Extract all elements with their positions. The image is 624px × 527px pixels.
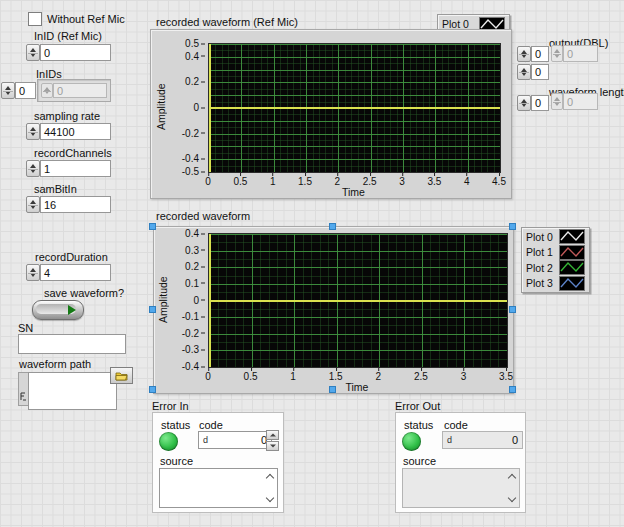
radix-indicator: d [203, 435, 208, 445]
waveform-chart-main: Amplitude 0.40.30.20.10-0.1-0.2-0.3-0.4 … [153, 226, 514, 394]
sn-label: SN [18, 322, 33, 334]
legend-plot-name: Plot 3 [526, 277, 553, 289]
scroll-down-icon [508, 494, 516, 502]
increment-decrement-spinner[interactable] [26, 196, 40, 213]
source-field[interactable] [159, 468, 278, 508]
status-label: status [404, 419, 433, 431]
x-axis-label: Time [208, 381, 506, 393]
y-tick-label: 0 [193, 102, 199, 113]
folder-icon [115, 371, 128, 381]
y-axis-label: Amplitude [157, 233, 169, 366]
y-tick-label: -0.1 [182, 311, 199, 322]
waveform-path-label: waveform path [19, 358, 91, 370]
output-dbl-index1-value[interactable]: 0 [531, 46, 549, 62]
increment-decrement-spinner[interactable] [26, 44, 40, 61]
scroll-up-icon[interactable] [266, 474, 274, 482]
legend-line-style-icon[interactable] [559, 260, 585, 275]
y-tick-label: 0.2 [185, 76, 199, 87]
legend-item[interactable]: Plot 0 [526, 229, 585, 245]
status-led [402, 432, 421, 451]
selection-handle[interactable] [149, 306, 156, 313]
sam-bit-in-label: samBitIn [34, 183, 77, 195]
path-type-strip [18, 372, 28, 406]
output-dbl-index2-value[interactable]: 0 [531, 64, 549, 80]
sampling-rate-control[interactable]: 44100 [26, 123, 111, 140]
output-dbl-index1-control[interactable]: 0 [517, 46, 549, 62]
waveform-chart-ref-mic: Amplitude 0.50.40.20-0.2-0.4-0.5 00.511.… [150, 29, 512, 199]
y-tick-label: -0.2 [182, 127, 199, 138]
save-waveform-label: save waveform? [44, 287, 124, 299]
inids-index-control[interactable]: 0 [1, 82, 36, 99]
code-spinner[interactable] [266, 430, 279, 451]
code-field[interactable]: d 0 [198, 431, 272, 449]
scroll-down-icon[interactable] [266, 494, 274, 502]
output-dbl-index2-control[interactable]: 0 [517, 64, 549, 80]
without-ref-mic-checkbox[interactable]: Without Ref Mic [28, 12, 125, 26]
waveform-trace [209, 300, 507, 302]
record-duration-value[interactable]: 4 [40, 264, 111, 281]
y-tick-label: 0.1 [185, 277, 199, 288]
increment-decrement-spinner[interactable] [517, 64, 531, 80]
error-in-cluster: status code d 0 source [152, 412, 284, 513]
increment-decrement-spinner[interactable] [26, 123, 40, 140]
status-led[interactable] [159, 432, 178, 451]
code-value: 0 [512, 434, 518, 446]
selection-handle[interactable] [149, 223, 156, 230]
record-channels-value[interactable]: 1 [40, 160, 111, 177]
selection-handle[interactable] [329, 386, 336, 393]
y-tick-label: -0.4 [182, 361, 199, 372]
increment-decrement-spinner[interactable] [1, 82, 15, 99]
save-waveform-toggle-button[interactable] [32, 300, 84, 320]
y-tick-label: 0.2 [185, 261, 199, 272]
selection-handle[interactable] [509, 223, 516, 230]
y-tick-label: -0.2 [182, 327, 199, 338]
inids-index-value[interactable]: 0 [15, 82, 36, 99]
increment-decrement-spinner[interactable] [517, 95, 531, 111]
sampling-rate-label: sampling rate [34, 110, 100, 122]
legend-item[interactable]: Plot 3 [526, 276, 585, 292]
selection-handle[interactable] [509, 386, 516, 393]
record-duration-control[interactable]: 4 [26, 264, 111, 281]
code-field: d 0 [442, 431, 523, 449]
x-axis-label: Time [208, 186, 499, 198]
sam-bit-in-value[interactable]: 16 [40, 196, 111, 213]
selection-handle[interactable] [149, 386, 156, 393]
inids-element-value: 0 [53, 83, 107, 98]
record-channels-control[interactable]: 1 [26, 160, 111, 177]
y-tick-label: 0.3 [185, 244, 199, 255]
y-tick-label: -0.3 [182, 344, 199, 355]
browse-button[interactable] [110, 367, 133, 384]
increment-decrement-spinner[interactable] [26, 160, 40, 177]
status-label: status [161, 419, 190, 431]
inid-label: InID (Ref Mic) [34, 30, 102, 42]
inid-value[interactable]: 0 [40, 44, 111, 61]
sn-input[interactable] [18, 334, 126, 354]
sam-bit-in-control[interactable]: 16 [26, 196, 111, 213]
increment-button[interactable] [266, 430, 279, 440]
waveform-length-index-control[interactable]: 0 [517, 95, 549, 111]
sampling-rate-value[interactable]: 44100 [40, 123, 111, 140]
checkbox-box-icon[interactable] [28, 12, 42, 26]
waveform-length-index-value[interactable]: 0 [531, 95, 549, 111]
green-arrow-icon [68, 305, 76, 315]
source-label: source [160, 455, 193, 467]
decrement-button[interactable] [266, 441, 279, 451]
legend-item[interactable]: Plot 2 [526, 260, 585, 276]
increment-decrement-spinner [41, 83, 53, 98]
plot-area [208, 233, 508, 368]
record-duration-label: recordDuration [35, 251, 108, 263]
output-dbl-element: 0 [551, 45, 598, 62]
record-channels-label: recordChannels [34, 147, 112, 159]
inids-array-shell: 0 [37, 79, 111, 102]
increment-decrement-spinner[interactable] [517, 46, 531, 62]
legend-line-style-icon[interactable] [559, 245, 585, 260]
inid-control[interactable]: 0 [26, 44, 111, 61]
selection-handle[interactable] [329, 223, 336, 230]
legend-line-style-icon[interactable] [559, 229, 585, 244]
selection-handle[interactable] [509, 306, 516, 313]
legend-line-style-icon[interactable] [559, 276, 585, 291]
waveform-path-input[interactable] [28, 372, 117, 410]
legend-item[interactable]: Plot 1 [526, 245, 585, 261]
increment-decrement-spinner[interactable] [26, 264, 40, 281]
code-label: code [444, 419, 468, 431]
